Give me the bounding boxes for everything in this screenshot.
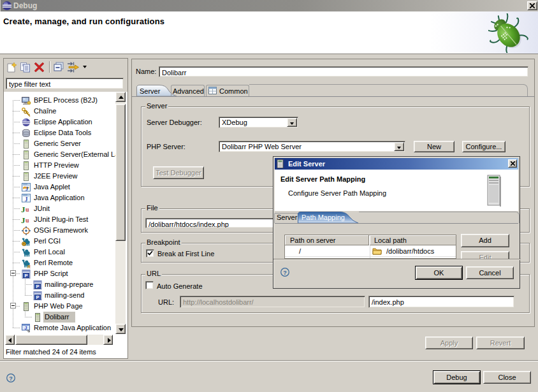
svg-text:?: ? xyxy=(9,375,13,382)
svg-text:u: u xyxy=(25,217,29,224)
svg-text:J: J xyxy=(25,326,27,330)
svg-text:P: P xyxy=(36,294,39,300)
svg-text:J: J xyxy=(25,185,29,192)
svg-text:J: J xyxy=(21,205,25,214)
svg-text:u: u xyxy=(25,206,29,213)
svg-text:J: J xyxy=(21,215,25,225)
svg-text:P: P xyxy=(24,273,27,279)
svg-text:J: J xyxy=(25,196,28,203)
svg-text:P: P xyxy=(36,284,39,289)
svg-text:?: ? xyxy=(283,270,287,276)
svg-text:R: R xyxy=(27,265,31,269)
